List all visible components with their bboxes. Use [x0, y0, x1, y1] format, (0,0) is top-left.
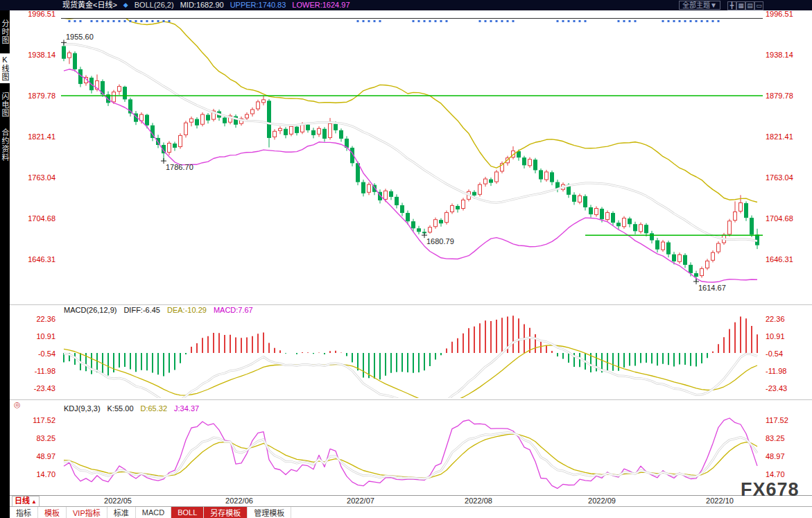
axis-label: 1821.41 [28, 132, 55, 141]
axis-label: 83.25 [766, 434, 785, 442]
period-arrow-icon: ▲ [31, 499, 37, 505]
boll-lower-value: LOWER:1624.97 [292, 0, 349, 10]
restore-window-icon[interactable]: ▭ [754, 1, 763, 10]
chart-header-bar: 现货黄金<日线> ◆ BOLL(26,2) MID:1682.90 UPPER:… [0, 0, 812, 10]
kdj-pane [64, 418, 757, 488]
axis-label: 1704.68 [28, 214, 55, 223]
axis-label: 1763.04 [28, 173, 55, 182]
price-annotation: 1680.79 [426, 237, 454, 245]
macd-indicator-header: MACD(26,12,9) DIFF:-6.45 DEA:-10.29 MACD… [64, 306, 253, 314]
axis-label: 1938.14 [766, 51, 793, 59]
axis-label: 1763.04 [766, 173, 793, 182]
macd-dea-value: DEA:-10.29 [167, 306, 207, 314]
axis-label: 1996.51 [766, 10, 793, 18]
window-controls: ╋▦▤▭ [727, 0, 763, 10]
tile-windows-icon[interactable]: ▦ [736, 1, 745, 10]
tab-contract-info[interactable]: 合约资料 [0, 126, 10, 164]
tab-intraday-chart[interactable]: 分时图 [0, 17, 10, 46]
period-label: 日线 [15, 497, 30, 505]
watermark: FX678 [741, 479, 800, 501]
indicator-flag-icon: ◆ [123, 0, 128, 10]
macd-diff-value: DIFF:-6.45 [123, 306, 160, 314]
time-axis-label: 2022/09 [581, 497, 623, 505]
tab-boll[interactable]: BOLL [171, 507, 204, 518]
cascade-windows-icon[interactable]: ▤ [745, 1, 754, 10]
axis-label: -0.54 [38, 349, 55, 358]
axis-label: 22.36 [36, 315, 55, 323]
axis-label: 1704.68 [766, 214, 793, 223]
kdj-indicator-header: KDJ(9,3,3) K:55.00 D:65.32 J:34.37 [64, 404, 199, 413]
price-annotation: 1955.60 [66, 33, 94, 41]
add-window-icon[interactable]: ╋ [727, 1, 736, 10]
tab-save-template[interactable]: 另存模板 [204, 507, 248, 518]
axis-label: -23.43 [766, 384, 787, 392]
boll-mid-value: MID:1682.90 [180, 0, 224, 10]
axis-label: 22.36 [766, 315, 785, 323]
kdj-settings-label: KDJ(9,3,3) [64, 404, 101, 413]
tab-macd[interactable]: MACD [136, 507, 171, 518]
axis-label: 10.91 [36, 332, 55, 340]
tab-templates[interactable]: 模板 [38, 507, 67, 518]
axis-label: 83.25 [36, 434, 55, 442]
axis-label: 14.70 [36, 470, 55, 478]
kdj-d-value: D:65.32 [141, 404, 168, 413]
tab-manage-template[interactable]: 管理模板 [248, 507, 291, 518]
tab-standard[interactable]: 标准 [107, 507, 136, 518]
time-axis-label: 2022/05 [97, 497, 139, 505]
axis-label: 1938.14 [28, 51, 55, 59]
pane-toggle-icon[interactable]: ◎ [14, 400, 21, 409]
axis-label: 1646.31 [766, 255, 793, 264]
tab-tick-chart[interactable]: 闪电图 [0, 90, 10, 119]
axis-label: 1821.41 [766, 132, 793, 141]
candlestick-pane [61, 10, 763, 282]
price-chart-canvas[interactable]: 1955.601786.701680.791614.67 [0, 0, 812, 518]
axis-label: 117.52 [33, 416, 55, 424]
tab-kline-chart[interactable]: K线图 [0, 53, 10, 83]
theme-selector-button[interactable]: 全部主题▼ [679, 1, 720, 10]
axis-label: 1879.78 [28, 92, 55, 100]
macd-hist-value: MACD:7.67 [214, 306, 253, 314]
axis-label: 14.70 [766, 470, 785, 478]
price-annotation: 1614.67 [698, 284, 726, 292]
macd-settings-label: MACD(26,12,9) [64, 306, 116, 314]
axis-label: -11.98 [766, 367, 786, 375]
price-annotation: 1786.70 [166, 163, 193, 171]
axis-label: 1879.78 [766, 92, 793, 100]
trading-app-window: 现货黄金<日线> ◆ BOLL(26,2) MID:1682.90 UPPER:… [0, 0, 812, 518]
time-axis-label: 2022/07 [340, 497, 381, 505]
time-axis-label: 2022/10 [699, 497, 741, 505]
boll-settings-label: BOLL(26,2) [135, 0, 174, 10]
time-axis-label: 2022/08 [458, 497, 499, 505]
axis-label: 117.52 [766, 416, 788, 424]
axis-label: -11.98 [35, 367, 55, 375]
time-axis-label: 2022/06 [218, 497, 260, 505]
tab-indicators[interactable]: 指标 [10, 507, 38, 518]
axis-label: 48.97 [36, 452, 55, 460]
left-price-axis: 1996.511938.141879.781821.411763.041704.… [10, 0, 58, 506]
period-selector[interactable]: 日线▲ [12, 496, 40, 507]
axis-label: 1646.31 [28, 255, 55, 264]
kdj-j-value: J:34.37 [174, 404, 199, 413]
bottom-toolbar: 指标模板VIP指标标准MACDBOLL另存模板管理模板 [10, 506, 812, 518]
right-price-axis: 1996.511938.141879.781821.411763.041704.… [764, 0, 810, 506]
axis-label: 10.91 [766, 332, 785, 340]
tab-vip-indicators[interactable]: VIP指标 [67, 507, 107, 518]
instrument-title: 现货黄金<日线> [62, 0, 117, 10]
axis-label: -23.43 [34, 384, 55, 392]
chart-overlay: 1955.601786.701680.791614.67 [10, 19, 812, 496]
macd-pane [64, 316, 757, 409]
boll-upper-value: UPPER:1740.83 [230, 0, 286, 10]
axis-label: 48.97 [766, 452, 785, 460]
chart-type-sidebar: 分时图K线图闪电图合约资料 [0, 10, 10, 518]
axis-label: -0.54 [766, 349, 783, 358]
header-controls: 全部主题▼ ╋▦▤▭ [679, 0, 763, 10]
axis-label: 1996.51 [28, 10, 55, 18]
kdj-k-value: K:55.00 [107, 404, 134, 413]
